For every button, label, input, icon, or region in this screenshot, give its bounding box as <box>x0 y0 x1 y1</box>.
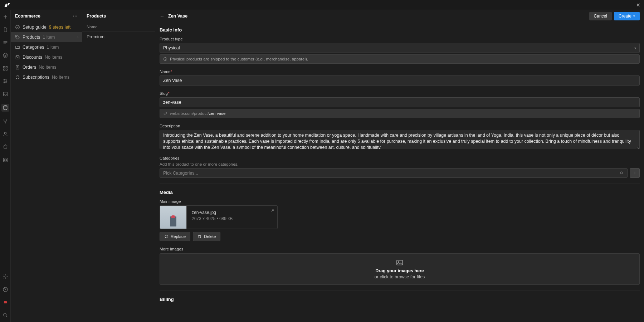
svg-point-5 <box>4 132 6 134</box>
product-type-select[interactable]: Physical ▾ <box>160 43 640 53</box>
plus-icon <box>633 171 637 175</box>
section-head-media: Media <box>160 190 640 195</box>
close-icon[interactable]: ✕ <box>636 2 640 8</box>
svg-point-0 <box>4 79 5 80</box>
main-image-thumbnail[interactable] <box>160 206 187 229</box>
add-category-button[interactable] <box>630 168 640 178</box>
cancel-button[interactable]: Cancel <box>589 12 612 20</box>
folder-icon <box>15 45 20 50</box>
slug-url-prefix: website.com/product/ <box>170 111 209 116</box>
create-button[interactable]: Create ▾ <box>614 12 640 20</box>
product-type-info-text: Physical products are shipped to the cus… <box>170 57 308 61</box>
svg-rect-6 <box>3 158 5 160</box>
svg-point-1 <box>6 81 7 82</box>
label-more-images: More images <box>160 247 640 251</box>
back-arrow-icon[interactable]: ← <box>160 13 165 19</box>
main-image-filename: zen-vase.jpg <box>192 210 233 215</box>
name-input[interactable] <box>160 75 640 86</box>
product-type-info: Physical products are shipped to the cus… <box>160 54 640 64</box>
add-icon[interactable] <box>2 14 9 20</box>
label-main-image: Main image <box>160 199 640 204</box>
label-categories: Categories <box>160 156 640 160</box>
categories-picker[interactable]: Pick Categories... <box>160 168 628 178</box>
delete-image-button[interactable]: Delete <box>193 232 220 241</box>
main-image-card: zen-vase.jpg 2673 x 4025 • 689 kB ↗ <box>160 205 278 229</box>
help-icon[interactable] <box>2 286 9 293</box>
svg-rect-8 <box>3 160 5 162</box>
info-icon <box>163 57 167 61</box>
settings-icon[interactable] <box>2 273 9 280</box>
refresh-icon <box>15 75 20 80</box>
slug-url-preview: website.com/product/zen-vase <box>160 109 640 118</box>
sidebar-title: Ecommerce <box>15 14 40 19</box>
more-images-dropzone[interactable]: Drag your images here or click to browse… <box>160 253 640 285</box>
ecommerce-icon[interactable] <box>2 144 9 150</box>
svg-point-10 <box>5 276 6 277</box>
svg-rect-7 <box>6 158 7 160</box>
dropzone-title: Drag your images here <box>375 268 424 273</box>
page-icon[interactable] <box>2 26 9 33</box>
products-list-row[interactable]: Premium <box>82 32 155 42</box>
percent-icon <box>15 55 20 60</box>
assets-icon[interactable] <box>2 91 9 97</box>
label-description: Description <box>160 124 640 128</box>
apps-icon[interactable] <box>2 157 9 163</box>
create-button-label: Create <box>619 14 631 19</box>
ecommerce-sidebar: Ecommerce ⋯ Setup guide 9 steps left Pro… <box>11 10 82 322</box>
categories-placeholder: Pick Categories... <box>163 171 198 176</box>
chevron-down-icon: ▾ <box>633 14 635 18</box>
users-icon[interactable] <box>2 131 9 137</box>
replace-image-button[interactable]: Replace <box>160 232 190 241</box>
svg-point-15 <box>16 36 17 37</box>
sidebar-item-label: Categories <box>23 45 44 50</box>
svg-rect-3 <box>3 92 7 96</box>
receipt-icon <box>15 65 20 70</box>
chevron-right-icon: › <box>77 35 78 39</box>
cms-icon[interactable] <box>1 104 9 112</box>
left-toolbar <box>0 10 11 322</box>
products-list-column-header: Name <box>82 22 155 32</box>
dropzone-subtitle: or click to browse for files <box>375 274 425 279</box>
logic-icon[interactable] <box>2 118 9 125</box>
sidebar-item-setup[interactable]: Setup guide 9 steps left <box>11 22 82 32</box>
sidebar-item-discounts[interactable]: Discounts No items <box>11 52 82 62</box>
section-head-billing: Billing <box>160 297 640 302</box>
sidebar-menu-icon[interactable]: ⋯ <box>73 13 78 19</box>
components-icon[interactable] <box>2 52 9 59</box>
svg-rect-9 <box>6 160 7 162</box>
image-icon <box>396 259 404 267</box>
search-icon <box>620 171 624 175</box>
delete-label: Delete <box>204 234 216 239</box>
products-list-panel: Products Name Premium <box>82 10 155 322</box>
video-icon[interactable] <box>2 299 9 306</box>
sublabel-categories: Add this product to one or more categori… <box>160 162 640 166</box>
variables-icon[interactable] <box>2 65 9 72</box>
slug-input[interactable] <box>160 97 640 107</box>
main-image-dimensions: 2673 x 4025 • 689 kB <box>192 216 233 221</box>
sidebar-item-meta: 1 item <box>43 35 55 40</box>
sidebar-item-label: Subscriptions <box>23 75 49 80</box>
sidebar-item-categories[interactable]: Categories 1 item <box>11 42 82 52</box>
style-icon[interactable] <box>2 78 9 84</box>
trash-icon <box>197 234 202 239</box>
expand-icon[interactable]: ↗ <box>271 208 274 213</box>
tag-icon <box>15 35 20 40</box>
chevron-down-icon: ▾ <box>634 46 636 50</box>
sidebar-item-products[interactable]: Products 1 item › <box>11 32 82 42</box>
webflow-logo-icon[interactable] <box>4 1 11 9</box>
products-list-title: Products <box>82 10 155 22</box>
description-textarea[interactable] <box>160 130 640 149</box>
nav-icon[interactable] <box>2 39 9 46</box>
sidebar-item-label: Products <box>23 35 40 40</box>
sidebar-item-meta: No items <box>52 75 69 80</box>
sidebar-item-meta: 9 steps left <box>49 25 70 30</box>
page-title: Zen Vase <box>168 14 187 19</box>
sidebar-item-subscriptions[interactable]: Subscriptions No items <box>11 72 82 82</box>
sidebar-item-orders[interactable]: Orders No items <box>11 62 82 72</box>
label-name: Name* <box>160 69 640 74</box>
search-icon[interactable] <box>2 312 9 318</box>
sidebar-item-label: Setup guide <box>23 25 47 30</box>
sidebar-item-meta: 1 item <box>47 45 59 50</box>
sidebar-item-meta: No items <box>45 55 62 60</box>
link-icon <box>163 111 167 116</box>
